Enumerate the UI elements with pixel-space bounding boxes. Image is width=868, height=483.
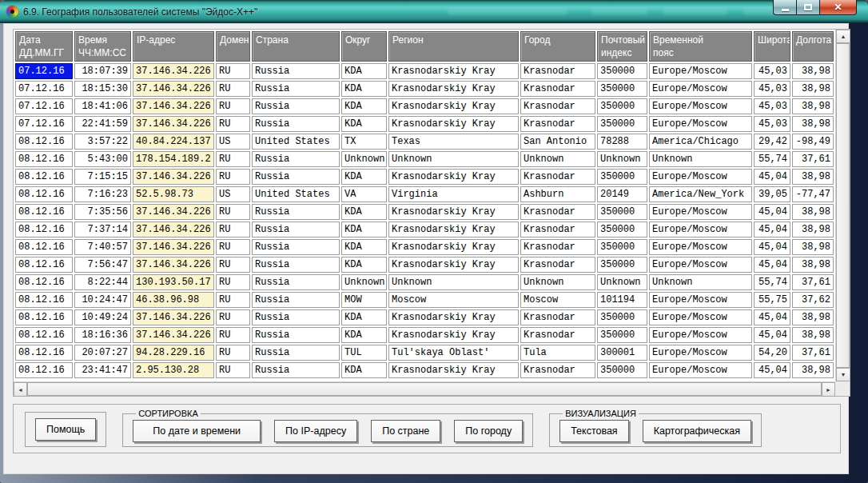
table-cell[interactable]: RU bbox=[216, 116, 250, 132]
table-cell[interactable]: KDA bbox=[341, 204, 387, 220]
table-cell[interactable]: 37.146.34.226 bbox=[133, 98, 214, 114]
table-cell[interactable]: 350000 bbox=[597, 98, 647, 114]
table-cell[interactable]: RU bbox=[216, 98, 250, 114]
table-cell[interactable]: 45,03 bbox=[754, 116, 790, 132]
table-cell[interactable]: 37,61 bbox=[792, 274, 834, 290]
table-cell[interactable]: Krasnodar bbox=[520, 116, 595, 132]
table-cell[interactable]: 7:35:56 bbox=[74, 204, 131, 220]
table-cell[interactable]: Unknown bbox=[341, 151, 387, 167]
table-cell[interactable]: 8:22:44 bbox=[74, 274, 131, 290]
close-button[interactable]: ✕ bbox=[820, 0, 857, 15]
table-cell[interactable]: Tula bbox=[520, 345, 595, 361]
table-cell[interactable]: Russia bbox=[252, 362, 340, 378]
table-cell[interactable]: RU bbox=[216, 309, 250, 325]
table-cell[interactable]: 37.146.34.226 bbox=[133, 309, 214, 325]
table-cell[interactable]: Europe/Moscow bbox=[649, 309, 752, 325]
table-cell[interactable]: Unknown bbox=[597, 274, 647, 290]
table-cell[interactable]: Unknown bbox=[649, 151, 752, 167]
table-cell[interactable]: Russia bbox=[252, 309, 340, 325]
table-cell[interactable]: 350000 bbox=[597, 81, 647, 97]
maximize-button[interactable] bbox=[797, 0, 820, 15]
table-cell[interactable]: 350000 bbox=[597, 116, 647, 132]
table-cell[interactable]: KDA bbox=[341, 63, 387, 79]
table-cell[interactable]: 37.146.34.226 bbox=[133, 81, 214, 97]
table-cell[interactable]: 7:15:15 bbox=[74, 169, 131, 185]
table-cell[interactable]: 38,98 bbox=[792, 327, 834, 343]
table-cell[interactable]: Europe/Moscow bbox=[649, 362, 752, 378]
table-cell[interactable]: America/Chicago bbox=[649, 134, 752, 150]
table-cell[interactable]: Europe/Moscow bbox=[649, 292, 752, 308]
table-cell[interactable]: 07.12.16 bbox=[15, 116, 73, 132]
table-cell[interactable]: Europe/Moscow bbox=[649, 169, 752, 185]
viz-map-button[interactable]: Картографическая bbox=[643, 420, 751, 442]
table-cell[interactable]: Europe/Moscow bbox=[649, 345, 752, 361]
table-cell[interactable]: 5:43:00 bbox=[74, 151, 131, 167]
table-cell[interactable]: 7:37:14 bbox=[74, 222, 131, 238]
table-cell[interactable]: Russia bbox=[252, 204, 340, 220]
table-cell[interactable]: Europe/Moscow bbox=[649, 98, 752, 114]
table-cell[interactable]: 37,61 bbox=[792, 151, 834, 167]
table-cell[interactable]: RU bbox=[216, 362, 250, 378]
table-cell[interactable]: Krasnodar bbox=[520, 63, 595, 79]
table-cell[interactable]: Russia bbox=[252, 292, 340, 308]
table-cell[interactable]: Krasnodar bbox=[520, 222, 595, 238]
table-cell[interactable]: Europe/Moscow bbox=[649, 81, 752, 97]
table-cell[interactable]: 08.12.16 bbox=[15, 345, 73, 361]
table-cell[interactable]: 38,98 bbox=[792, 81, 834, 97]
table-cell[interactable]: Unknown bbox=[520, 274, 595, 290]
table-cell[interactable]: 350000 bbox=[597, 309, 647, 325]
sort-by-city-button[interactable]: По городу bbox=[454, 420, 523, 442]
table-cell[interactable]: 18:16:36 bbox=[74, 327, 131, 343]
table-cell[interactable]: Russia bbox=[252, 274, 340, 290]
table-cell[interactable]: 2.95.130.28 bbox=[133, 362, 214, 378]
table-cell[interactable]: 55,75 bbox=[754, 292, 790, 308]
table-cell[interactable]: KDA bbox=[341, 116, 387, 132]
minimize-button[interactable] bbox=[773, 0, 797, 15]
scroll-left-button[interactable]: ◄ bbox=[14, 382, 27, 397]
table-cell[interactable]: Europe/Moscow bbox=[649, 327, 752, 343]
table-cell[interactable]: 37,62 bbox=[792, 292, 834, 308]
table-cell[interactable]: 18:07:39 bbox=[74, 63, 131, 79]
table-cell[interactable]: 08.12.16 bbox=[15, 239, 73, 255]
table-cell[interactable]: 350000 bbox=[597, 169, 647, 185]
table-cell[interactable]: 94.28.229.16 bbox=[133, 345, 214, 361]
table-cell[interactable]: 10:24:47 bbox=[74, 292, 131, 308]
vertical-scrollbar[interactable]: ▲ ▼ bbox=[835, 30, 850, 381]
scroll-right-button[interactable]: ► bbox=[822, 382, 835, 397]
table-cell[interactable]: 7:40:57 bbox=[74, 239, 131, 255]
table-cell[interactable]: 101194 bbox=[597, 292, 647, 308]
table-cell[interactable]: Unknown bbox=[388, 151, 519, 167]
table-cell[interactable]: 20:07:27 bbox=[74, 345, 131, 361]
table-cell[interactable]: Krasnodar bbox=[520, 362, 595, 378]
table-cell[interactable]: RU bbox=[216, 81, 250, 97]
viz-text-button[interactable]: Текстовая bbox=[559, 420, 629, 442]
table-cell[interactable]: Unknown bbox=[388, 274, 519, 290]
table-cell[interactable]: 55,74 bbox=[754, 274, 790, 290]
table-cell[interactable]: Russia bbox=[252, 63, 340, 79]
table-cell[interactable]: 3:57:22 bbox=[74, 134, 131, 150]
table-cell[interactable]: 22:41:59 bbox=[74, 116, 131, 132]
table-cell[interactable]: 45,04 bbox=[754, 239, 790, 255]
table-cell[interactable]: RU bbox=[216, 151, 250, 167]
table-cell[interactable]: 45,03 bbox=[754, 81, 790, 97]
table-cell[interactable]: 08.12.16 bbox=[15, 274, 73, 290]
table-cell[interactable]: 20149 bbox=[597, 186, 647, 202]
table-cell[interactable]: KDA bbox=[341, 309, 387, 325]
table-cell[interactable]: RU bbox=[216, 63, 250, 79]
table-cell[interactable]: 08.12.16 bbox=[15, 186, 73, 202]
table-cell[interactable]: Russia bbox=[252, 169, 340, 185]
table-cell[interactable]: KDA bbox=[341, 222, 387, 238]
sort-by-country-button[interactable]: По стране bbox=[371, 420, 440, 442]
table-cell[interactable]: RU bbox=[216, 257, 250, 273]
table-cell[interactable]: 29,42 bbox=[754, 134, 790, 150]
table-cell[interactable]: 08.12.16 bbox=[15, 309, 73, 325]
table-cell[interactable]: 55,74 bbox=[754, 151, 790, 167]
table-cell[interactable]: Unknown bbox=[341, 274, 387, 290]
table-cell[interactable]: 178.154.189.2 bbox=[133, 151, 214, 167]
table-cell[interactable]: Krasnodarskiy Kray bbox=[388, 222, 519, 238]
table-cell[interactable]: 300001 bbox=[597, 345, 647, 361]
table-cell[interactable]: RU bbox=[216, 169, 250, 185]
table-cell[interactable]: 08.12.16 bbox=[15, 327, 73, 343]
table-cell[interactable]: US bbox=[216, 134, 250, 150]
table-cell[interactable]: 37.146.34.226 bbox=[133, 116, 214, 132]
